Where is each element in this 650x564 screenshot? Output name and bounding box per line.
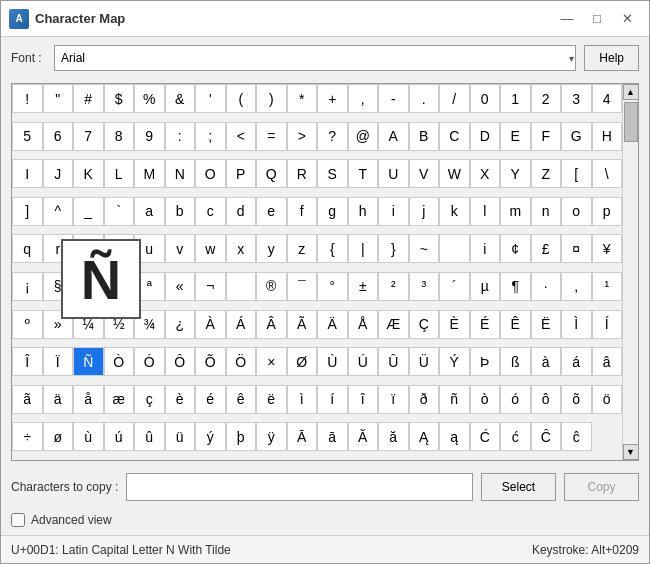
- char-cell[interactable]: ò: [470, 385, 501, 414]
- char-cell[interactable]: ,: [348, 84, 379, 113]
- char-cell[interactable]: i: [470, 234, 501, 263]
- char-cell[interactable]: f: [287, 197, 318, 226]
- char-cell[interactable]: è: [165, 385, 196, 414]
- char-cell[interactable]: õ: [561, 385, 592, 414]
- char-cell[interactable]: R: [287, 159, 318, 188]
- char-cell[interactable]: $: [104, 84, 135, 113]
- char-cell[interactable]: ×: [256, 347, 287, 376]
- char-cell[interactable]: È: [439, 310, 470, 339]
- copy-button[interactable]: Copy: [564, 473, 639, 501]
- char-cell[interactable]: S: [317, 159, 348, 188]
- char-cell[interactable]: q: [12, 234, 43, 263]
- char-cell[interactable]: ±: [348, 272, 379, 301]
- char-cell[interactable]: ¯: [287, 272, 318, 301]
- char-cell[interactable]: ¿: [165, 310, 196, 339]
- char-cell[interactable]: ê: [226, 385, 257, 414]
- help-button[interactable]: Help: [584, 45, 639, 71]
- char-cell[interactable]: å: [73, 385, 104, 414]
- char-cell[interactable]: ¤: [561, 234, 592, 263]
- char-cell[interactable]: L: [104, 159, 135, 188]
- char-cell[interactable]: 9: [134, 122, 165, 151]
- char-cell[interactable]: Û: [378, 347, 409, 376]
- char-cell[interactable]: Õ: [195, 347, 226, 376]
- advanced-view-checkbox[interactable]: [11, 513, 25, 527]
- char-cell[interactable]: ø: [43, 422, 74, 451]
- char-cell[interactable]: Ï: [43, 347, 74, 376]
- char-cell[interactable]: ¶: [500, 272, 531, 301]
- char-cell[interactable]: ¢: [500, 234, 531, 263]
- char-cell[interactable]: Æ: [378, 310, 409, 339]
- char-cell[interactable]: \: [592, 159, 623, 188]
- char-cell[interactable]: P: [226, 159, 257, 188]
- char-cell[interactable]: Ă: [348, 422, 379, 451]
- char-cell[interactable]: X: [470, 159, 501, 188]
- char-cell[interactable]: Ý: [439, 347, 470, 376]
- char-cell[interactable]: Ç: [409, 310, 440, 339]
- char-cell[interactable]: D: [470, 122, 501, 151]
- char-cell[interactable]: Å: [348, 310, 379, 339]
- char-cell[interactable]: á: [561, 347, 592, 376]
- scroll-thumb[interactable]: [624, 102, 638, 142]
- char-cell[interactable]: ä: [43, 385, 74, 414]
- char-cell[interactable]: Ø: [287, 347, 318, 376]
- char-cell[interactable]: i: [378, 197, 409, 226]
- char-cell[interactable]: Ü: [409, 347, 440, 376]
- close-button[interactable]: ✕: [613, 8, 641, 30]
- char-cell[interactable]: ): [256, 84, 287, 113]
- char-cell[interactable]: 2: [531, 84, 562, 113]
- char-cell[interactable]: ĉ: [561, 422, 592, 451]
- char-cell[interactable]: £: [531, 234, 562, 263]
- scroll-down-arrow[interactable]: ▼: [623, 444, 639, 460]
- char-cell[interactable]: [: [561, 159, 592, 188]
- char-cell[interactable]: v: [165, 234, 196, 263]
- char-cell[interactable]: °: [317, 272, 348, 301]
- char-cell[interactable]: H: [592, 122, 623, 151]
- char-cell[interactable]: ù: [73, 422, 104, 451]
- char-cell[interactable]: .: [409, 84, 440, 113]
- char-cell[interactable]: ?: [317, 122, 348, 151]
- char-cell[interactable]: ²: [378, 272, 409, 301]
- char-cell[interactable]: Ô: [165, 347, 196, 376]
- char-cell[interactable]: ÷: [12, 422, 43, 451]
- char-cell[interactable]: !: [12, 84, 43, 113]
- char-cell[interactable]: ó: [500, 385, 531, 414]
- char-cell[interactable]: ô: [531, 385, 562, 414]
- char-cell[interactable]: Ö: [226, 347, 257, 376]
- char-cell[interactable]: d: [226, 197, 257, 226]
- char-cell[interactable]: ë: [256, 385, 287, 414]
- maximize-button[interactable]: □: [583, 8, 611, 30]
- char-cell[interactable]: E: [500, 122, 531, 151]
- char-cell[interactable]: e: [256, 197, 287, 226]
- char-cell[interactable]: 6: [43, 122, 74, 151]
- char-cell[interactable]: Ì: [561, 310, 592, 339]
- char-cell[interactable]: Þ: [470, 347, 501, 376]
- char-cell[interactable]: }: [378, 234, 409, 263]
- char-cell[interactable]: ´: [439, 272, 470, 301]
- char-cell[interactable]: -: [378, 84, 409, 113]
- char-cell[interactable]: N: [165, 159, 196, 188]
- char-cell[interactable]: é: [195, 385, 226, 414]
- char-cell[interactable]: p: [592, 197, 623, 226]
- char-cell[interactable]: M: [134, 159, 165, 188]
- char-cell[interactable]: Ú: [348, 347, 379, 376]
- char-cell[interactable]: T: [348, 159, 379, 188]
- char-cell[interactable]: 5: [12, 122, 43, 151]
- advanced-view-label[interactable]: Advanced view: [31, 513, 112, 527]
- char-cell[interactable]: ': [195, 84, 226, 113]
- char-cell[interactable]: ;: [195, 122, 226, 151]
- char-cell[interactable]: Á: [226, 310, 257, 339]
- char-cell[interactable]: µ: [470, 272, 501, 301]
- char-cell[interactable]: Î: [12, 347, 43, 376]
- char-cell[interactable]: =: [256, 122, 287, 151]
- char-cell[interactable]: /: [439, 84, 470, 113]
- char-cell[interactable]: Ë: [531, 310, 562, 339]
- char-cell[interactable]: ": [43, 84, 74, 113]
- char-cell[interactable]: Ĉ: [531, 422, 562, 451]
- char-cell[interactable]: ö: [592, 385, 623, 414]
- char-cell[interactable]: ü: [165, 422, 196, 451]
- char-cell[interactable]: Ù: [317, 347, 348, 376]
- char-cell[interactable]: ¬: [195, 272, 226, 301]
- char-cell[interactable]: o: [561, 197, 592, 226]
- minimize-button[interactable]: —: [553, 8, 581, 30]
- char-cell[interactable]: ^: [43, 197, 74, 226]
